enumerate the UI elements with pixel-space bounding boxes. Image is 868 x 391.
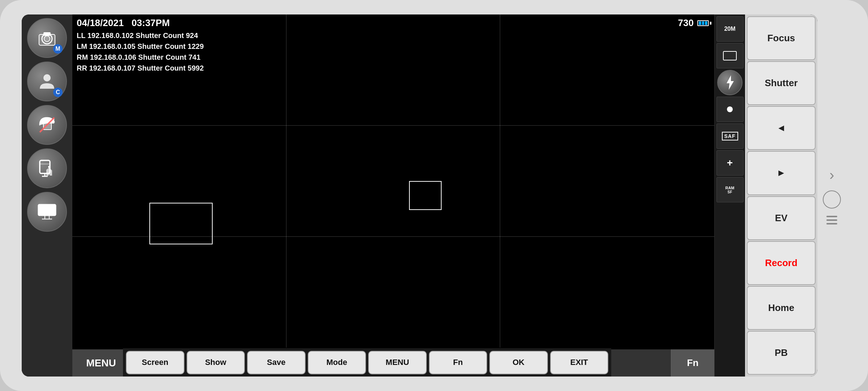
camera-mode-button[interactable]: M [27,18,67,58]
focus-button[interactable]: Focus [747,16,816,60]
bottom-buttons: Screen Show Save Mode MENU Fn OK [123,348,611,377]
aspect-icon [723,51,737,61]
svg-rect-16 [48,207,54,213]
fn-status-button[interactable]: Fn [671,349,714,377]
camera-ui: M C [22,14,817,377]
camera-rm: RM 192.168.0.106 Shutter Count 741 [77,52,710,63]
camera-lm: LM 192.168.0.105 Shutter Count 1229 [77,41,710,52]
ok-button[interactable]: OK [489,351,548,374]
user-badge: C [53,88,63,97]
rotate-icon [36,114,58,136]
mode-button[interactable]: Mode [308,351,366,374]
menu-status-label: MENU [86,357,116,369]
home-button[interactable]: Home [747,286,816,330]
pb-button[interactable]: PB [747,331,816,375]
camera-rr: RR 192.168.0.107 Shutter Count 5992 [77,63,710,73]
back-chevron[interactable]: › [829,167,834,183]
dot-mode-btn[interactable] [716,97,744,122]
flash-btn[interactable] [717,70,743,95]
focus-box-bottomleft [149,203,213,244]
megapixel-label: 20M [724,26,735,32]
viewfinder: 04/18/2021 03:37PM LL 192.168.0.102 Shut… [72,14,714,377]
pb-label: PB [775,347,788,358]
focus-label: Focus [767,33,795,44]
shutter-label: Shutter [765,77,798,89]
left-arrow-icon: ◄ [776,122,786,134]
focus-box-center [409,181,442,210]
svg-point-21 [727,106,733,112]
svg-rect-20 [723,51,736,60]
camera-list: LL 192.168.0.102 Shutter Count 924 LM 19… [77,30,710,73]
svg-point-4 [43,74,51,81]
rotate-off-button[interactable] [27,105,67,145]
battery-icon [697,20,711,26]
saf-label: SAF [722,132,738,140]
battery-number: 730 [678,17,694,29]
show-button[interactable]: Show [187,351,245,374]
flash-icon [724,75,735,90]
menu-status-button[interactable]: MENU [72,349,130,377]
fn-button[interactable]: Fn [429,351,488,374]
home-label: Home [768,302,794,314]
date-text: 04/18/2021 [77,17,124,28]
right-arrow-icon: ► [776,167,786,178]
svg-rect-15 [41,207,46,213]
right-panel: Focus Shutter ◄ ► EV Record Home PB [745,14,817,377]
user-mode-button[interactable]: C [27,62,67,101]
phone-shell: M C [0,0,868,391]
screen-button[interactable]: Screen [126,351,184,374]
ev-label: EV [775,213,788,224]
aspect-ratio-btn[interactable] [716,43,744,68]
datetime-display: 04/18/2021 03:37PM [77,17,710,29]
exit-button[interactable]: EXIT [550,351,609,374]
record-button[interactable]: Record [747,241,816,285]
phone-right-edge: › [817,167,846,224]
touch-control-button[interactable] [27,148,67,188]
camera-ll: LL 192.168.0.102 Shutter Count 924 [77,30,710,41]
info-overlay: 04/18/2021 03:37PM LL 192.168.0.102 Shut… [72,14,714,76]
fn-status-label: Fn [687,357,699,369]
dot-icon [724,104,735,115]
record-label: Record [765,257,797,269]
right-arrow-button[interactable]: ► [747,151,816,195]
ram-sf-btn[interactable]: RAM SF [716,177,744,202]
right-icons-panel: 20M SAF [714,14,745,377]
time-text: 03:37PM [132,17,170,28]
plus-btn[interactable]: + [716,150,744,176]
touch-icon [36,157,58,179]
top-right-info: 730 [678,17,711,29]
display-icon [36,201,58,223]
megapixel-icon-btn[interactable]: 20M [716,16,744,42]
sf-label: SF [728,190,732,194]
ram-label: RAM [725,186,734,190]
ev-button[interactable]: EV [747,196,816,240]
menu-bars-button[interactable] [826,216,837,224]
plus-icon: + [727,157,733,169]
svg-rect-3 [39,34,55,45]
shutter-button[interactable]: Shutter [747,61,816,105]
mode-badge: M [53,44,63,54]
left-arrow-button[interactable]: ◄ [747,106,816,150]
left-sidebar: M C [22,14,72,377]
save-button[interactable]: Save [247,351,306,374]
saf-btn[interactable]: SAF [716,123,744,149]
home-circle-button[interactable] [823,190,841,209]
display-button[interactable] [27,192,67,232]
menu-button[interactable]: MENU [368,351,427,374]
